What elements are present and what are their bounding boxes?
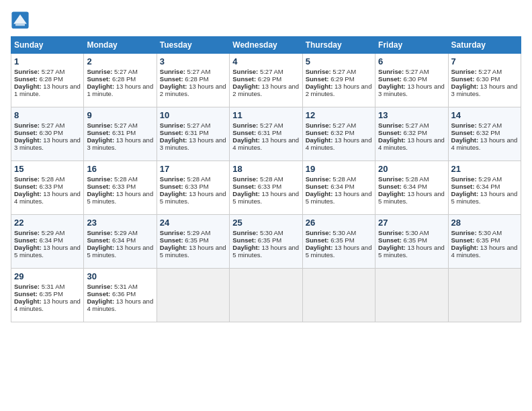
daylight-label: Daylight: bbox=[378, 136, 407, 144]
sunset-value: 6:33 PM bbox=[185, 183, 208, 190]
sunset-value: 6:30 PM bbox=[476, 75, 500, 83]
day-number: 13 bbox=[378, 110, 445, 120]
sunrise-label: Sunrise: bbox=[378, 229, 406, 236]
sunrise-value: 5:27 AM bbox=[478, 122, 502, 129]
sunrise-label: Sunrise: bbox=[14, 283, 42, 290]
daylight-label: Daylight: bbox=[306, 136, 335, 144]
day-number: 21 bbox=[451, 164, 518, 174]
sunset-value: 6:32 PM bbox=[476, 129, 500, 136]
day-number: 28 bbox=[451, 218, 518, 228]
sunrise-label: Sunrise: bbox=[160, 229, 187, 236]
sunrise-label: Sunrise: bbox=[87, 68, 114, 75]
daylight-label: Daylight: bbox=[160, 244, 189, 251]
day-number: 1 bbox=[14, 56, 81, 66]
sunset-label: Sunset: bbox=[378, 129, 403, 136]
sunset-label: Sunset: bbox=[451, 75, 476, 83]
sunset-value: 6:33 PM bbox=[39, 183, 62, 190]
sunset-label: Sunset: bbox=[160, 236, 185, 244]
weekday-header: Monday bbox=[84, 37, 157, 54]
sunrise-label: Sunrise: bbox=[14, 122, 42, 129]
sunset-value: 6:35 PM bbox=[330, 236, 354, 244]
daylight-label: Daylight: bbox=[451, 244, 480, 251]
daylight-label: Daylight: bbox=[451, 83, 480, 90]
calendar-cell: 21Sunrise: 5:29 AMSunset: 6:34 PMDayligh… bbox=[448, 161, 521, 215]
day-number: 5 bbox=[306, 56, 372, 66]
calendar-cell: 17Sunrise: 5:28 AMSunset: 6:33 PMDayligh… bbox=[157, 161, 229, 215]
sunrise-value: 5:29 AM bbox=[478, 175, 502, 183]
calendar-table: SundayMondayTuesdayWednesdayThursdayFrid… bbox=[11, 36, 521, 322]
sunset-label: Sunset: bbox=[306, 129, 330, 136]
sunrise-label: Sunrise: bbox=[378, 175, 406, 183]
sunrise-value: 5:27 AM bbox=[260, 122, 283, 129]
sunset-value: 6:36 PM bbox=[112, 290, 136, 298]
daylight-label: Daylight: bbox=[87, 83, 116, 90]
day-number: 14 bbox=[451, 110, 518, 120]
sunrise-label: Sunrise: bbox=[232, 68, 260, 75]
sunset-value: 6:35 PM bbox=[476, 236, 500, 244]
daylight-label: Daylight: bbox=[232, 83, 261, 90]
weekday-header: Sunday bbox=[11, 37, 84, 54]
calendar-cell bbox=[302, 269, 375, 322]
daylight-label: Daylight: bbox=[232, 244, 261, 251]
sunset-value: 6:35 PM bbox=[185, 236, 208, 244]
day-number: 8 bbox=[14, 110, 81, 120]
sunrise-value: 5:30 AM bbox=[332, 229, 356, 236]
calendar-cell: 25Sunrise: 5:30 AMSunset: 6:35 PMDayligh… bbox=[230, 215, 302, 269]
sunrise-value: 5:28 AM bbox=[114, 175, 138, 183]
calendar-week-row: 22Sunrise: 5:29 AMSunset: 6:34 PMDayligh… bbox=[11, 215, 521, 269]
weekday-header: Wednesday bbox=[230, 37, 302, 54]
daylight-label: Daylight: bbox=[451, 190, 480, 197]
sunset-label: Sunset: bbox=[232, 236, 257, 244]
sunrise-label: Sunrise: bbox=[232, 175, 260, 183]
sunrise-value: 5:30 AM bbox=[406, 229, 429, 236]
calendar-cell bbox=[448, 269, 521, 322]
day-number: 9 bbox=[87, 110, 153, 120]
sunset-value: 6:28 PM bbox=[112, 75, 136, 83]
day-number: 24 bbox=[160, 218, 226, 228]
day-number: 16 bbox=[87, 164, 153, 174]
day-number: 15 bbox=[14, 164, 81, 174]
weekday-header: Friday bbox=[375, 37, 448, 54]
sunrise-value: 5:29 AM bbox=[114, 229, 138, 236]
day-number: 4 bbox=[232, 56, 299, 66]
sunrise-value: 5:28 AM bbox=[406, 175, 429, 183]
daylight-label: Daylight: bbox=[87, 136, 116, 144]
sunset-value: 6:33 PM bbox=[112, 183, 136, 190]
calendar-cell: 24Sunrise: 5:29 AMSunset: 6:35 PMDayligh… bbox=[157, 215, 229, 269]
daylight-label: Daylight: bbox=[160, 136, 189, 144]
daylight-label: Daylight: bbox=[160, 190, 189, 197]
calendar-cell: 1Sunrise: 5:27 AMSunset: 6:28 PMDaylight… bbox=[11, 54, 84, 107]
calendar-cell: 14Sunrise: 5:27 AMSunset: 6:32 PMDayligh… bbox=[448, 107, 521, 161]
sunrise-value: 5:27 AM bbox=[114, 122, 138, 129]
weekday-header: Tuesday bbox=[157, 37, 229, 54]
sunset-label: Sunset: bbox=[232, 183, 257, 190]
sunset-label: Sunset: bbox=[232, 129, 257, 136]
sunrise-label: Sunrise: bbox=[14, 229, 42, 236]
daylight-label: Daylight: bbox=[160, 83, 189, 90]
calendar-cell bbox=[375, 269, 448, 322]
sunset-label: Sunset: bbox=[451, 236, 476, 244]
day-number: 2 bbox=[87, 56, 153, 66]
sunset-label: Sunset: bbox=[306, 75, 330, 83]
sunrise-label: Sunrise: bbox=[451, 175, 479, 183]
sunset-value: 6:34 PM bbox=[404, 183, 427, 190]
sunrise-label: Sunrise: bbox=[87, 229, 114, 236]
calendar-cell: 18Sunrise: 5:28 AMSunset: 6:33 PMDayligh… bbox=[230, 161, 302, 215]
sunrise-value: 5:28 AM bbox=[260, 175, 283, 183]
daylight-label: Daylight: bbox=[232, 190, 261, 197]
sunrise-value: 5:28 AM bbox=[332, 175, 356, 183]
daylight-label: Daylight: bbox=[306, 190, 335, 197]
sunrise-label: Sunrise: bbox=[451, 68, 479, 75]
sunset-label: Sunset: bbox=[451, 129, 476, 136]
sunset-value: 6:34 PM bbox=[476, 183, 500, 190]
day-number: 7 bbox=[451, 56, 518, 66]
calendar-cell: 11Sunrise: 5:27 AMSunset: 6:31 PMDayligh… bbox=[230, 107, 302, 161]
sunrise-label: Sunrise: bbox=[306, 68, 333, 75]
calendar-cell: 5Sunrise: 5:27 AMSunset: 6:29 PMDaylight… bbox=[302, 54, 375, 107]
sunrise-value: 5:31 AM bbox=[114, 283, 138, 290]
sunset-label: Sunset: bbox=[306, 183, 330, 190]
day-number: 29 bbox=[14, 271, 81, 281]
calendar-week-row: 8Sunrise: 5:27 AMSunset: 6:30 PMDaylight… bbox=[11, 107, 521, 161]
calendar-cell: 8Sunrise: 5:27 AMSunset: 6:30 PMDaylight… bbox=[11, 107, 84, 161]
calendar-cell: 16Sunrise: 5:28 AMSunset: 6:33 PMDayligh… bbox=[84, 161, 157, 215]
